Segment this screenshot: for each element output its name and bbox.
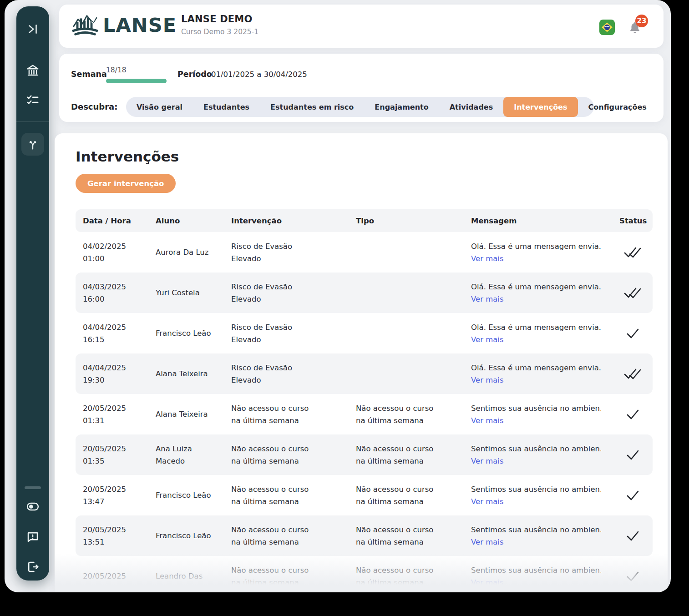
- tab-engajamento[interactable]: Engajamento: [364, 97, 439, 117]
- see-more-link[interactable]: Ver mais: [471, 414, 504, 427]
- tab-configuracoes[interactable]: Configurações: [578, 97, 657, 117]
- tab-estudantes[interactable]: Estudantes: [193, 97, 260, 117]
- message-preview: Olá. Essa é uma mensagem envia...: [471, 281, 601, 293]
- row-status: [619, 327, 645, 340]
- message-preview: Sentimos sua ausência no ambien...: [471, 483, 601, 495]
- sidebar: [16, 6, 49, 581]
- table-row: 20/05/202513:51 Francisco Leão Não acess…: [76, 515, 653, 556]
- table-row: 20/05/202513:47 Francisco Leão Não acess…: [76, 475, 653, 515]
- header: LANSE LANSE DEMO Curso Demo 3 2025-1 23: [59, 5, 664, 48]
- header-date: Data / Hora: [83, 215, 156, 227]
- table-header-row: Data / Hora Aluno Intervenção Tipo Mensa…: [76, 209, 653, 232]
- see-more-link[interactable]: Ver mais: [471, 576, 504, 589]
- sidebar-divider: [16, 121, 49, 122]
- check-icon: [626, 530, 639, 542]
- section-title: Intervenções: [76, 148, 179, 165]
- row-status: [619, 570, 645, 583]
- message-preview: Sentimos sua ausência no ambien...: [471, 402, 601, 414]
- header-message: Mensagem: [471, 215, 619, 227]
- message-preview: Sentimos sua ausência no ambien...: [471, 443, 601, 455]
- toggle-icon[interactable]: [25, 498, 41, 513]
- row-student: Aurora Da Luz: [156, 246, 231, 258]
- course-subtitle: Curso Demo 3 2025-1: [181, 28, 258, 36]
- see-more-link[interactable]: Ver mais: [471, 495, 504, 508]
- row-intervention: Risco de Evasão Elevado: [231, 362, 356, 386]
- interventions-table: Data / Hora Aluno Intervenção Tipo Mensa…: [76, 209, 653, 592]
- row-student: Alana Teixeira: [156, 368, 231, 380]
- double-check-icon: [623, 368, 642, 380]
- discover-label: Descubra:: [71, 102, 117, 111]
- check-icon: [626, 489, 639, 502]
- nav-tabbar: Visão geralEstudantesEstudantes em risco…: [126, 97, 594, 117]
- notifications-bell-icon[interactable]: 23: [628, 21, 643, 36]
- row-student: Alana Teixeira: [156, 408, 231, 420]
- row-message: Sentimos sua ausência no ambien... Ver m…: [471, 443, 619, 467]
- row-intervention: Risco de Evasão Elevado: [231, 281, 356, 305]
- period-value: 01/01/2025 a 30/04/2025: [211, 70, 307, 79]
- week-value: 18/18: [106, 66, 127, 74]
- tab-estudantes-em-risco[interactable]: Estudantes em risco: [260, 97, 364, 117]
- double-check-icon: [623, 287, 642, 299]
- row-message: Olá. Essa é uma mensagem envia... Ver ma…: [471, 321, 619, 346]
- table-row: 20/05/202501:31 Alana Teixeira Não acess…: [76, 394, 653, 434]
- row-student: Francisco Leão: [156, 327, 231, 339]
- check-icon: [626, 408, 639, 421]
- header-status: Status: [619, 215, 647, 227]
- check-icon: [626, 449, 639, 461]
- table-row: 20/05/202501:35 Ana Luiza Macedo Não ace…: [76, 434, 653, 475]
- branch-icon[interactable]: [21, 133, 44, 156]
- tab-visao-geral[interactable]: Visão geral: [126, 97, 193, 117]
- week-nav-panel: Semana 18/18 Período 01/01/2025 a 30/04/…: [59, 54, 664, 122]
- see-more-link[interactable]: Ver mais: [471, 536, 504, 548]
- check-icon: [626, 327, 639, 340]
- header-type: Tipo: [356, 215, 471, 227]
- row-datetime: 20/05/202501:35: [83, 443, 156, 467]
- week-label: Semana: [71, 70, 107, 79]
- row-status: [619, 287, 645, 299]
- feedback-icon[interactable]: [25, 529, 41, 545]
- row-type: Não acessou o curso na última semana: [356, 564, 471, 589]
- drag-handle[interactable]: [25, 486, 41, 489]
- interventions-panel: Intervenções Gerar intervenção Data / Ho…: [55, 133, 668, 592]
- brazil-flag-icon[interactable]: [599, 20, 615, 35]
- header-intervention: Intervenção: [231, 215, 356, 227]
- see-more-link[interactable]: Ver mais: [471, 333, 504, 346]
- row-intervention: Não acessou o curso na última semana: [231, 524, 356, 548]
- row-message: Sentimos sua ausência no ambien... Ver m…: [471, 524, 619, 548]
- checklist-icon[interactable]: [25, 92, 41, 108]
- row-message: Sentimos sua ausência no ambien... Ver m…: [471, 402, 619, 427]
- table-row: 04/04/202516:15 Francisco Leão Risco de …: [76, 313, 653, 353]
- see-more-link[interactable]: Ver mais: [471, 455, 504, 467]
- see-more-link[interactable]: Ver mais: [471, 374, 504, 386]
- notification-badge: 23: [635, 15, 648, 27]
- row-status: [619, 489, 645, 502]
- logout-icon[interactable]: [25, 559, 41, 575]
- table-row: 04/02/202501:00 Aurora Da Luz Risco de E…: [76, 232, 653, 273]
- collapse-panel-icon[interactable]: [25, 21, 41, 37]
- row-datetime: 04/02/202501:00: [83, 240, 156, 265]
- row-status: [619, 408, 645, 421]
- institution-icon[interactable]: [25, 63, 41, 78]
- row-intervention: Não acessou o curso na última semana: [231, 443, 356, 467]
- tab-intervencoes[interactable]: Intervenções: [503, 97, 578, 117]
- row-type: Não acessou o curso na última semana: [356, 443, 471, 467]
- row-message: Sentimos sua ausência no ambien... Ver m…: [471, 564, 619, 589]
- message-preview: Olá. Essa é uma mensagem envia...: [471, 362, 601, 374]
- row-intervention: Risco de Evasão Elevado: [231, 240, 356, 265]
- see-more-link[interactable]: Ver mais: [471, 252, 504, 265]
- row-type: Não acessou o curso na última semana: [356, 402, 471, 427]
- row-student: Yuri Costela: [156, 287, 231, 299]
- see-more-link[interactable]: Ver mais: [471, 293, 504, 305]
- check-icon: [626, 570, 639, 583]
- header-student: Aluno: [156, 215, 231, 227]
- row-status: [619, 449, 645, 461]
- row-datetime: 04/04/202516:15: [83, 321, 156, 346]
- row-status: [619, 530, 645, 542]
- generate-intervention-button[interactable]: Gerar intervenção: [76, 174, 176, 193]
- row-message: Olá. Essa é uma mensagem envia... Ver ma…: [471, 240, 619, 265]
- table-row: 04/04/202519:30 Alana Teixeira Risco de …: [76, 353, 653, 394]
- row-student: Ana Luiza Macedo: [156, 443, 231, 467]
- tab-atividades[interactable]: Atividades: [439, 97, 504, 117]
- row-intervention: Risco de Evasão Elevado: [231, 321, 356, 346]
- row-message: Sentimos sua ausência no ambien... Ver m…: [471, 483, 619, 508]
